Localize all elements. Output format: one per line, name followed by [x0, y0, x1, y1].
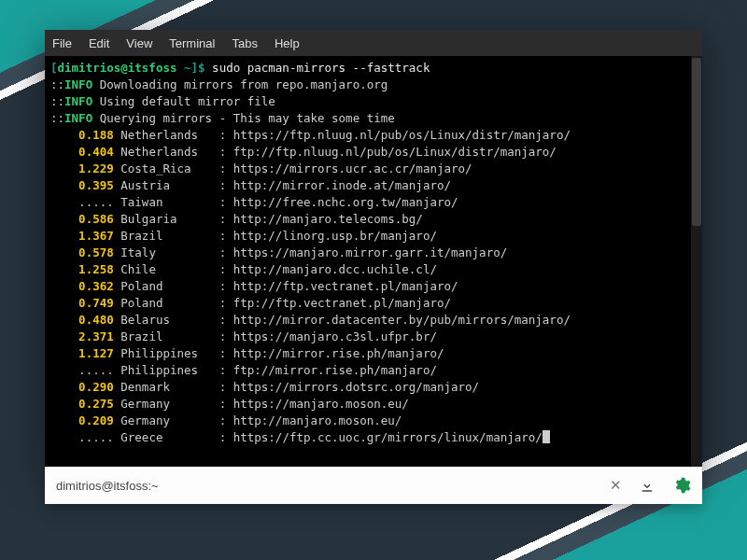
menu-terminal[interactable]: Terminal — [169, 36, 215, 50]
menu-help[interactable]: Help — [275, 36, 300, 50]
download-icon[interactable] — [639, 477, 655, 494]
menu-view[interactable]: View — [126, 36, 152, 50]
taskbar-icons: ✕ — [610, 476, 691, 495]
scrollbar-track[interactable] — [691, 56, 702, 467]
taskbar: dimitrios@itsfoss:~ ✕ — [45, 467, 702, 504]
menubar: File Edit View Terminal Tabs Help — [45, 30, 702, 56]
menu-tabs[interactable]: Tabs — [232, 36, 257, 50]
scrollbar-thumb[interactable] — [692, 58, 701, 226]
taskbar-window-title[interactable]: dimitrios@itsfoss:~ — [56, 479, 610, 493]
menu-file[interactable]: File — [52, 36, 72, 50]
terminal-window: File Edit View Terminal Tabs Help [dimit… — [45, 30, 702, 467]
terminal-cursor — [543, 430, 550, 443]
terminal-output[interactable]: [dimitrios@itsfoss ~]$ sudo pacman-mirro… — [45, 56, 702, 467]
menu-edit[interactable]: Edit — [89, 36, 109, 50]
close-icon[interactable]: ✕ — [610, 477, 622, 494]
settings-icon[interactable] — [672, 476, 691, 495]
